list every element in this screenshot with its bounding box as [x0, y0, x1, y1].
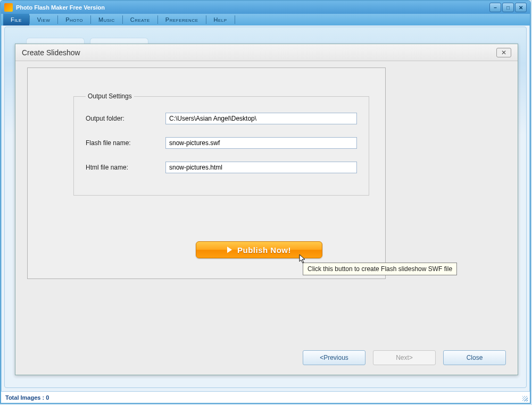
- flash-file-input[interactable]: [165, 137, 357, 149]
- cursor-icon: [299, 254, 306, 265]
- publish-now-label: Publish Now!: [237, 246, 291, 255]
- dialog-close-button[interactable]: ✕: [496, 48, 511, 57]
- flash-file-label: Flash file name:: [86, 139, 165, 147]
- menu-help[interactable]: Help: [206, 14, 235, 26]
- menu-create[interactable]: Create: [123, 14, 157, 26]
- menu-view[interactable]: View: [30, 14, 57, 26]
- dialog-body: Output Settings Output folder: Flash fil…: [27, 68, 506, 338]
- minimize-button[interactable]: –: [489, 3, 501, 12]
- html-file-label: Html file name:: [86, 164, 165, 171]
- html-file-input[interactable]: [165, 162, 357, 173]
- dialog-nav-buttons: <Previous Next> Close: [303, 350, 506, 365]
- output-folder-input[interactable]: [165, 113, 357, 124]
- output-settings-legend: Output Settings: [86, 92, 134, 100]
- menu-photo[interactable]: Photo: [58, 14, 90, 26]
- output-folder-label: Output folder:: [86, 115, 165, 122]
- close-button[interactable]: Close: [443, 350, 506, 365]
- window-close-button[interactable]: ✕: [515, 3, 527, 12]
- statusbar: Total Images : 0: [1, 391, 530, 403]
- menu-file[interactable]: File: [3, 14, 29, 26]
- menu-preference[interactable]: Preference: [158, 14, 206, 26]
- maximize-button[interactable]: □: [502, 3, 514, 12]
- app-window: Photo Flash Maker Free Version – □ ✕ Fil…: [0, 0, 531, 404]
- output-settings-group: Output Settings Output folder: Flash fil…: [73, 92, 369, 196]
- output-folder-row: Output folder:: [86, 113, 357, 124]
- flash-file-row: Flash file name:: [86, 137, 357, 149]
- menubar: File View Photo Music Create Preference …: [1, 14, 530, 26]
- dialog-header[interactable]: Create Slideshow ✕: [15, 44, 518, 61]
- menu-music[interactable]: Music: [91, 14, 122, 26]
- app-title: Photo Flash Maker Free Version: [16, 4, 489, 11]
- menu-separator: [235, 15, 235, 24]
- create-slideshow-dialog: Create Slideshow ✕ Output Settings Outpu…: [15, 44, 518, 375]
- titlebar[interactable]: Photo Flash Maker Free Version – □ ✕: [1, 1, 530, 14]
- play-icon: [227, 247, 232, 253]
- resize-grip-icon[interactable]: [522, 396, 528, 401]
- previous-button[interactable]: <Previous: [303, 350, 365, 365]
- window-controls: – □ ✕: [489, 3, 527, 12]
- app-icon: [4, 3, 13, 12]
- html-file-row: Html file name:: [86, 162, 357, 173]
- publish-tooltip: Click this button to create Flash slides…: [303, 263, 457, 275]
- next-button: Next>: [373, 350, 436, 365]
- output-panel: Output Settings Output folder: Flash fil…: [27, 68, 386, 279]
- dialog-title: Create Slideshow: [22, 48, 80, 57]
- status-text: Total Images : 0: [5, 394, 49, 401]
